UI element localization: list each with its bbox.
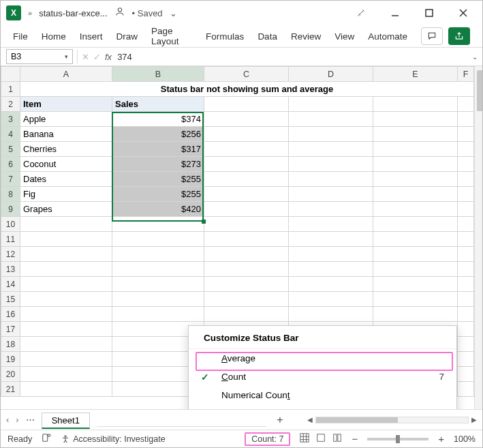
cell[interactable] [112,277,204,292]
file-name[interactable]: status-bar-exce... [39,8,107,18]
cell[interactable] [20,292,112,307]
tab-review[interactable]: Review [291,31,321,42]
cell[interactable] [20,337,112,352]
cell[interactable] [289,157,373,172]
quick-access-chevron[interactable]: » [28,9,32,17]
cell[interactable] [458,367,474,382]
cell[interactable]: Status bar not showing sum and average [20,82,474,97]
cell[interactable]: $273 [112,157,204,172]
cell[interactable] [458,97,474,112]
cell[interactable] [204,172,289,187]
cell[interactable] [204,187,289,202]
cell[interactable] [458,142,474,157]
formula-input[interactable]: 374 [112,52,467,62]
cell[interactable] [289,97,373,112]
sheet-list-icon[interactable]: ⋯ [26,415,35,425]
page-break-view-icon[interactable] [332,433,342,445]
cell[interactable] [373,292,458,307]
cell[interactable]: $255 [112,187,204,202]
row-header[interactable]: 13 [1,262,20,277]
cell[interactable] [373,232,458,247]
cell[interactable] [204,112,289,127]
tab-data[interactable]: Data [258,31,277,42]
zoom-slider[interactable] [367,438,429,440]
cell[interactable] [289,277,373,292]
tab-file[interactable]: File [13,31,28,42]
maximize-button[interactable] [416,3,443,23]
cell[interactable] [204,217,289,232]
cell[interactable] [20,322,112,337]
cell[interactable] [373,142,458,157]
cell[interactable] [289,187,373,202]
cell[interactable] [112,292,204,307]
cell[interactable] [112,247,204,262]
row-header[interactable]: 4 [1,127,20,142]
zoom-in-button[interactable]: + [438,433,444,445]
close-button[interactable] [450,3,477,23]
cell[interactable]: $317 [112,142,204,157]
name-box-dropdown-icon[interactable]: ▾ [65,53,68,60]
cell[interactable]: Coconut [20,157,112,172]
normal-view-icon[interactable] [300,433,309,445]
cell[interactable] [20,232,112,247]
col-header-e[interactable]: E [373,67,458,82]
name-box[interactable]: B3 ▾ [6,49,73,64]
tab-formulas[interactable]: Formulas [206,31,244,42]
cell[interactable] [458,112,474,127]
cell[interactable]: Grapes [20,202,112,217]
cell[interactable] [458,322,474,337]
cell[interactable] [373,172,458,187]
cell[interactable] [458,277,474,292]
sheet-tab[interactable]: Sheet1 [42,413,90,429]
context-menu-item[interactable]: ✓Count7 [189,368,456,386]
cell[interactable] [204,202,289,217]
cell[interactable] [289,232,373,247]
cell[interactable]: Dates [20,172,112,187]
cell[interactable] [204,157,289,172]
cell[interactable] [289,262,373,277]
row-header[interactable]: 19 [1,352,20,367]
row-header[interactable]: 14 [1,277,20,292]
cell[interactable] [373,97,458,112]
cell[interactable]: Banana [20,127,112,142]
cancel-icon[interactable]: ✕ [82,52,89,62]
vertical-scrollbar[interactable] [474,66,482,409]
col-header-f[interactable]: F [458,67,474,82]
comments-button[interactable] [421,27,443,45]
cell[interactable] [204,247,289,262]
cell[interactable] [289,292,373,307]
zoom-level[interactable]: 100% [454,434,476,444]
cell[interactable] [373,262,458,277]
cell[interactable] [20,307,112,322]
row-header[interactable]: 5 [1,142,20,157]
cell[interactable] [204,232,289,247]
horizontal-scrollbar[interactable]: ◀ ▶ [307,416,477,423]
cell[interactable] [458,247,474,262]
col-header-a[interactable]: A [20,67,112,82]
cell[interactable] [204,262,289,277]
cell[interactable] [20,367,112,382]
cell[interactable] [20,277,112,292]
zoom-out-button[interactable]: − [352,433,358,445]
cell[interactable] [204,142,289,157]
context-menu-item[interactable]: Average [189,349,456,368]
row-header[interactable]: 12 [1,247,20,262]
row-header[interactable]: 20 [1,367,20,382]
formula-expand-icon[interactable]: ⌄ [467,53,482,61]
cell[interactable] [289,112,373,127]
cell[interactable] [289,217,373,232]
user-icon[interactable] [114,6,125,20]
cell[interactable] [458,202,474,217]
tab-view[interactable]: View [334,31,354,42]
cell[interactable] [20,382,112,397]
cell[interactable]: $420 [112,202,204,217]
cell[interactable] [458,187,474,202]
cell[interactable] [20,217,112,232]
cell[interactable]: $255 [112,172,204,187]
row-header[interactable]: 18 [1,337,20,352]
cell[interactable] [458,352,474,367]
cell[interactable]: Cherries [20,142,112,157]
row-header[interactable]: 2 [1,97,20,112]
cell[interactable] [373,277,458,292]
sheet-nav-prev-icon[interactable]: ‹ [6,415,9,425]
